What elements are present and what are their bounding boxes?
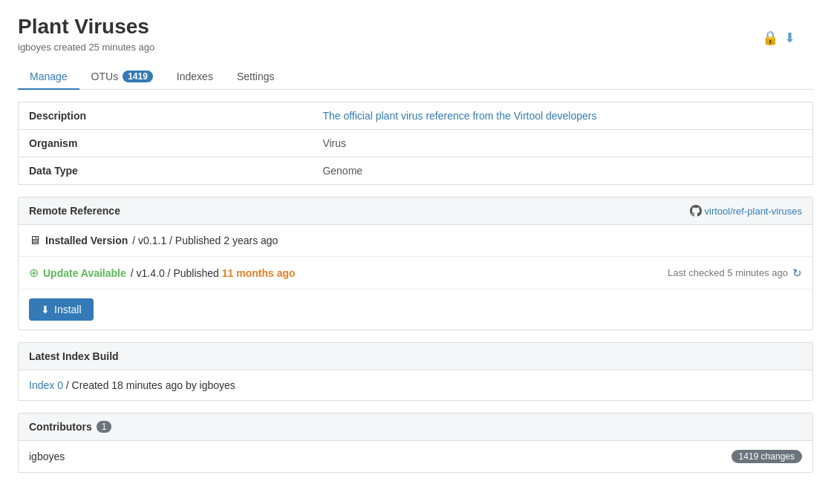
lock-icon: 🔒 — [762, 30, 778, 46]
contributors-header: Contributors 1 — [19, 413, 812, 441]
table-row: Description The official plant virus ref… — [19, 102, 813, 130]
github-icon — [690, 205, 702, 217]
latest-index-title: Latest Index Build — [29, 350, 119, 362]
latest-index-header: Latest Index Build — [19, 343, 812, 370]
description-value: The official plant virus reference from … — [312, 102, 812, 130]
update-icon: ⊕ — [29, 266, 39, 280]
contributors-card: Contributors 1 igboyes 1419 changes — [18, 413, 813, 473]
datatype-value: Genome — [312, 157, 812, 185]
otus-badge: 1419 — [123, 71, 153, 82]
contributors-title: Contributors — [29, 421, 92, 433]
index-detail: / Created 18 minutes ago by igboyes — [66, 379, 235, 391]
installed-label: Installed Version — [45, 235, 128, 246]
hdd-icon: 🖥 — [29, 234, 41, 247]
contributors-count: 1 — [97, 421, 112, 433]
organism-key: Organism — [19, 130, 313, 157]
table-row: Organism Virus — [19, 130, 813, 157]
tab-otus[interactable]: OTUs 1419 — [79, 65, 165, 90]
datatype-key: Data Type — [19, 157, 313, 185]
remote-reference-header: Remote Reference virtool/ref-plant-virus… — [19, 197, 812, 225]
github-link[interactable]: virtool/ref-plant-viruses — [690, 205, 803, 217]
update-detail: / v1.4.0 / Published 11 months ago — [131, 267, 296, 279]
download-btn-icon: ⬇ — [41, 304, 50, 315]
changes-badge: 1419 changes — [731, 450, 802, 463]
update-available-row: ⊕ Update Available / v1.4.0 / Published … — [19, 257, 812, 289]
remote-reference-card: Remote Reference virtool/ref-plant-virus… — [18, 197, 813, 330]
remote-reference-title: Remote Reference — [29, 205, 120, 217]
download-icon[interactable]: ⬇ — [784, 30, 795, 46]
install-row: ⬇ Install — [19, 289, 812, 330]
page-subtitle: igboyes created 25 minutes ago — [18, 42, 813, 53]
description-key: Description — [19, 102, 313, 130]
tab-manage[interactable]: Manage — [18, 65, 79, 90]
index-row: Index 0 / Created 18 minutes ago by igbo… — [19, 370, 812, 400]
tab-settings[interactable]: Settings — [225, 65, 287, 90]
index-link[interactable]: Index 0 — [29, 379, 63, 391]
installed-version: / v0.1.1 / Published 2 years ago — [132, 235, 278, 246]
contributor-row: igboyes 1419 changes — [19, 441, 812, 472]
table-row: Data Type Genome — [19, 157, 813, 185]
install-button[interactable]: ⬇ Install — [29, 298, 94, 321]
tab-indexes[interactable]: Indexes — [165, 65, 225, 90]
latest-index-card: Latest Index Build Index 0 / Created 18 … — [18, 342, 813, 401]
organism-value: Virus — [312, 130, 812, 157]
tab-bar: Manage OTUs 1419 Indexes Settings — [18, 65, 813, 90]
update-label: Update Available — [43, 267, 126, 279]
installed-version-row: 🖥 Installed Version / v0.1.1 / Published… — [19, 225, 812, 257]
info-table: Description The official plant virus ref… — [18, 102, 813, 185]
refresh-icon[interactable]: ↻ — [792, 266, 802, 280]
page-title: Plant Viruses — [18, 15, 813, 39]
last-checked: Last checked 5 minutes ago ↻ — [668, 266, 802, 280]
contributor-name: igboyes — [29, 451, 65, 462]
